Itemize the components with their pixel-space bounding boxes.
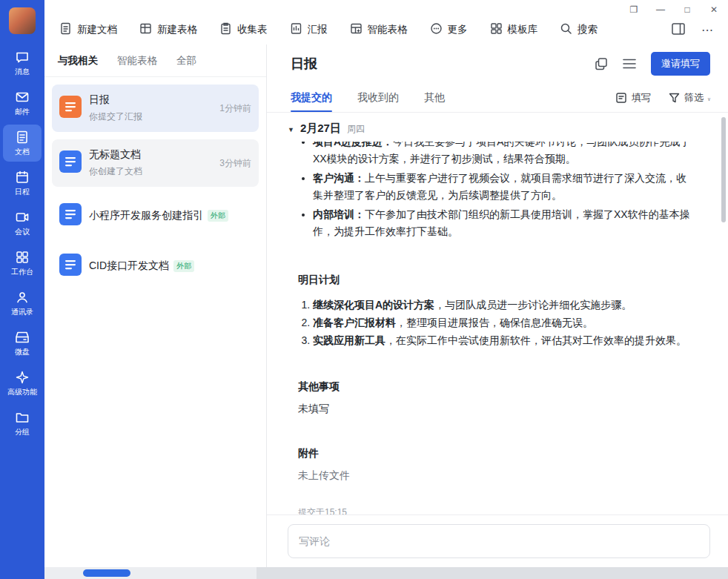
- sidebar-item-label: 微盘: [15, 347, 30, 357]
- sidebar-item-calendar[interactable]: 日程: [3, 165, 42, 202]
- other-heading: 其他事项: [288, 380, 695, 394]
- tab-all[interactable]: 全部: [176, 54, 196, 67]
- other-value: 未填写: [288, 403, 695, 416]
- submitted-time: 提交于15:15: [288, 506, 695, 515]
- blue-doc-icon: [59, 254, 82, 279]
- date-weekday: 周四: [347, 123, 365, 136]
- report-icon: [290, 22, 302, 37]
- filter-funnel-icon: [669, 93, 680, 103]
- filter-action[interactable]: 筛选 ᵥ: [669, 91, 710, 105]
- background-window-accent: [83, 569, 130, 577]
- minimize-icon[interactable]: —: [652, 3, 669, 16]
- toolbar-label: 更多: [448, 23, 468, 36]
- toolbar-label: 搜索: [578, 23, 598, 36]
- drive-icon: [15, 330, 30, 345]
- window-controls: ❐ — □ ✕: [626, 3, 722, 16]
- sidebar-item-label: 工作台: [11, 267, 33, 277]
- app-window: 消息 邮件 文档 日程 会议: [0, 0, 728, 579]
- report-bullet: 内部培训：下午参加了由技术部门组织的新工具使用培训，掌握了XX软件的基本操作，为…: [313, 206, 695, 240]
- sidebar-item-meeting[interactable]: 会议: [3, 205, 42, 242]
- template-library-button[interactable]: 模板库: [490, 22, 538, 37]
- doc-time: 3分钟前: [219, 157, 251, 170]
- report-button[interactable]: 汇报: [290, 22, 328, 37]
- chevron-down-icon: ᵥ: [708, 94, 710, 102]
- document-view: 日报 邀请填写 我提交的 我收到的 其他 填写: [267, 44, 728, 567]
- new-sheet-icon: [139, 22, 152, 37]
- toolbar-label: 汇报: [308, 23, 328, 36]
- toolbar-label: 新建文档: [77, 23, 117, 36]
- attachment-value: 未上传文件: [288, 469, 695, 483]
- background-window-bar: [257, 567, 728, 579]
- report-content: ▼ 2月27日 周四 项目A进度推进：今日我主要参与了项目A的关键环节讨论，与团…: [267, 113, 728, 515]
- more-button[interactable]: 更多: [430, 22, 468, 37]
- tab-my-submissions[interactable]: 我提交的: [291, 83, 332, 112]
- list-item-miniprogram-guide[interactable]: 小程序开发服务创建指引 外部: [52, 194, 259, 237]
- tab-others[interactable]: 其他: [424, 83, 445, 112]
- blue-doc-icon: [59, 150, 82, 176]
- plan-heading: 明日计划: [288, 274, 695, 287]
- plan-item: 实践应用新工具，在实际工作中尝试使用新软件，评估其对工作效率的提升效果。: [313, 331, 695, 349]
- tab-received[interactable]: 我收到的: [357, 83, 399, 112]
- fill-action[interactable]: 填写: [615, 91, 651, 105]
- report-bullet: 项目A进度推进：今日我主要参与了项目A的关键环节讨论，与团队成员协作完成了XX模…: [313, 142, 695, 168]
- sidebar-item-label: 会议: [15, 227, 30, 237]
- tab-smart-sheets[interactable]: 智能表格: [117, 54, 157, 67]
- search-icon: [560, 22, 572, 37]
- sidebar-item-label: 日程: [15, 187, 30, 197]
- blue-doc-icon: [59, 203, 82, 228]
- toolbar-label: 收集表: [237, 23, 268, 36]
- folder-group-icon: [15, 410, 30, 425]
- today-work-list: 项目A进度推进：今日我主要参与了项目A的关键环节讨论，与团队成员协作完成了XX模…: [288, 142, 695, 240]
- sidebar-item-messages[interactable]: 消息: [3, 44, 42, 82]
- close-icon[interactable]: ✕: [706, 3, 722, 16]
- toolbar-label: 新建表格: [157, 23, 197, 36]
- sidebar-item-drive[interactable]: 微盘: [3, 325, 42, 362]
- report-bullet: 客户沟通：上午与重要客户进行了视频会议，就项目需求细节进行了深入交流，收集并整理…: [313, 170, 695, 204]
- menu-icon[interactable]: [623, 59, 636, 69]
- sidebar-item-contacts[interactable]: 通讯录: [3, 285, 42, 322]
- new-sheet-button[interactable]: 新建表格: [139, 22, 197, 37]
- document-icon: [15, 130, 30, 145]
- sidebar-item-label: 通讯录: [11, 307, 33, 317]
- smart-sheet-button[interactable]: 智能表格: [350, 22, 408, 37]
- maximize-icon[interactable]: □: [679, 3, 695, 16]
- toolbar: 新建文档 新建表格 收集表 汇报 智能表格: [59, 22, 598, 37]
- comment-bar: [267, 515, 728, 567]
- plan-item: 继续深化项目A的设计方案，与团队成员进一步讨论并细化实施步骤。: [313, 296, 695, 314]
- popout-icon[interactable]: ❐: [626, 3, 642, 16]
- avatar[interactable]: [9, 7, 36, 34]
- list-item-daily-report[interactable]: 日报 你提交了汇报 1分钟前: [52, 85, 259, 132]
- doc-title: CID接口开发文档: [89, 259, 169, 273]
- background-window-edge: [44, 567, 728, 579]
- doc-title: 无标题文档: [89, 148, 141, 162]
- collect-form-button[interactable]: 收集表: [219, 22, 268, 37]
- filter-action-label: 筛选: [684, 91, 704, 105]
- more-dots-icon[interactable]: ⋯: [701, 24, 713, 36]
- sidebar-item-docs[interactable]: 文档: [3, 125, 42, 162]
- date-label: 2月27日: [300, 122, 341, 136]
- new-doc-button[interactable]: 新建文档: [59, 22, 117, 37]
- comment-input[interactable]: [288, 524, 710, 558]
- plan-list: 继续深化项目A的设计方案，与团队成员进一步讨论并细化实施步骤。 准备客户汇报材料…: [288, 296, 695, 349]
- document-list-tabs: 与我相关 智能表格 全部: [44, 44, 266, 77]
- sidebar-item-label: 分组: [15, 427, 30, 437]
- sidebar-item-label: 邮件: [15, 107, 30, 117]
- tab-related-to-me[interactable]: 与我相关: [58, 54, 98, 67]
- date-group-header[interactable]: ▼ 2月27日 周四: [288, 122, 695, 136]
- duplicate-icon[interactable]: [595, 57, 608, 70]
- sidebar-item-groups[interactable]: 分组: [3, 405, 42, 442]
- topbar: ❐ — □ ✕ 新建文档 新建表格 收集表: [44, 0, 728, 44]
- list-item-untitled-doc[interactable]: 无标题文档 你创建了文档 3分钟前: [52, 139, 259, 187]
- meeting-icon: [15, 210, 30, 225]
- layout-panel-icon[interactable]: [672, 23, 685, 37]
- sidebar-item-workbench[interactable]: 工作台: [3, 245, 42, 282]
- invite-fill-button[interactable]: 邀请填写: [651, 52, 710, 76]
- sidebar-item-mail[interactable]: 邮件: [3, 85, 42, 122]
- doc-time: 1分钟前: [219, 102, 251, 115]
- scrollbar-thumb[interactable]: [721, 117, 726, 222]
- new-doc-icon: [59, 22, 72, 37]
- search-button[interactable]: 搜索: [560, 22, 598, 37]
- sidebar-item-advanced[interactable]: 高级功能: [3, 365, 42, 402]
- doc-title: 小程序开发服务创建指引: [89, 209, 203, 222]
- list-item-cid-api-doc[interactable]: CID接口开发文档 外部: [52, 245, 259, 288]
